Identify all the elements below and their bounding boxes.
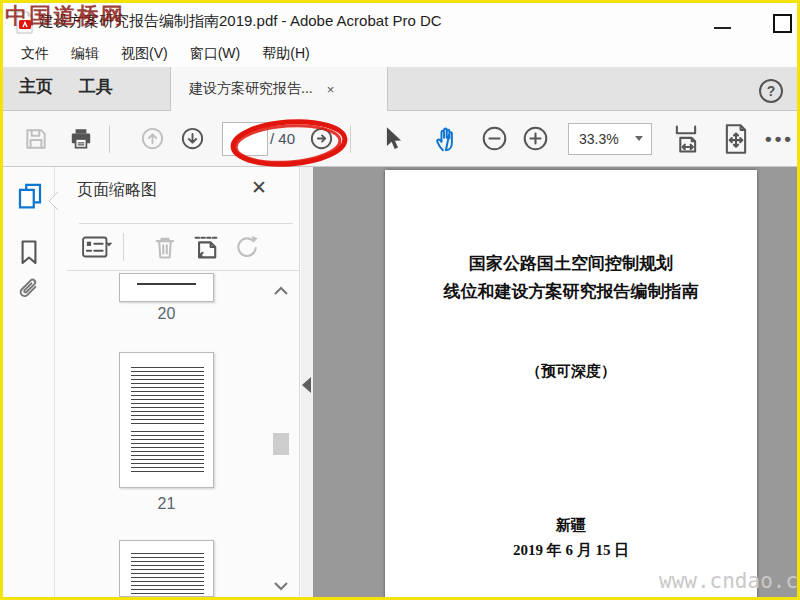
previous-view-button[interactable]	[309, 111, 334, 166]
thumbnail-page-20[interactable]	[119, 273, 214, 302]
chevron-up-icon	[271, 283, 291, 299]
next-page-button[interactable]	[180, 111, 205, 166]
circle-arrow-icon	[309, 126, 334, 151]
panel-divider	[79, 223, 293, 224]
tab-document[interactable]: 建设方案研究报告... ×	[170, 67, 388, 111]
thumbnail-label: 21	[119, 495, 214, 513]
watermark-bottom-right: www.cndao.c	[659, 569, 797, 593]
circle-arrow-down-icon	[180, 126, 205, 151]
page-number-input[interactable]	[222, 122, 268, 156]
hand-icon	[431, 124, 461, 154]
menu-view[interactable]: 视图(V)	[117, 43, 172, 65]
menu-bar: 文件 编辑 视图(V) 窗口(W) 帮助(H)	[3, 40, 797, 67]
circle-minus-icon	[481, 125, 508, 152]
document-subtitle: （预可深度）	[385, 362, 757, 381]
circle-plus-icon	[522, 125, 549, 152]
tab-bar: 主页 工具 建设方案研究报告... ×	[3, 67, 797, 111]
options-list-icon	[81, 233, 117, 261]
menu-help[interactable]: 帮助(H)	[258, 43, 313, 65]
menu-file[interactable]: 文件	[17, 43, 53, 65]
paperclip-icon	[15, 275, 43, 307]
tab-document-label: 建设方案研究报告...	[189, 80, 313, 98]
document-view[interactable]: 国家公路国土空间控制规划 线位和建设方案研究报告编制指南 （预可深度） 新疆 2…	[313, 167, 797, 597]
ellipsis-icon: •••	[765, 128, 794, 150]
main-toolbar: / 40	[3, 111, 797, 167]
fit-page-icon	[721, 123, 751, 155]
title-bar: 建设方案研究报告编制指南2019.pdf - Adobe Acrobat Pro…	[3, 3, 797, 40]
select-tool-button[interactable]	[383, 111, 405, 166]
panel-title: 页面缩略图	[77, 180, 157, 201]
window-title: 建设方案研究报告编制指南2019.pdf - Adobe Acrobat Pro…	[39, 12, 442, 31]
rotate-icon	[233, 233, 261, 261]
chevron-down-icon	[635, 136, 643, 141]
document-region: 新疆	[385, 516, 757, 535]
page-number-field	[222, 111, 268, 166]
fit-width-icon	[671, 123, 701, 155]
pdf-page: 国家公路国土空间控制规划 线位和建设方案研究报告编制指南 （预可深度） 新疆 2…	[385, 170, 757, 597]
document-date: 2019 年 6 月 15 日	[385, 541, 757, 560]
panel-close-icon[interactable]: ✕	[251, 176, 267, 199]
delete-pages-button[interactable]	[151, 233, 179, 261]
document-title-line1: 国家公路国土空间控制规划	[385, 250, 757, 278]
cursor-arrow-icon	[383, 126, 405, 152]
thumbnail-text-lines	[131, 553, 204, 597]
hand-tool-button[interactable]	[431, 111, 461, 166]
zoom-level-value: 33.3%	[579, 131, 635, 147]
crop-pages-button[interactable]	[191, 233, 221, 261]
thumbnail-text-lines	[131, 431, 204, 475]
menu-window[interactable]: 窗口(W)	[186, 43, 245, 65]
zoom-in-button[interactable]	[522, 111, 549, 166]
bookmarks-panel-button[interactable]	[15, 237, 45, 267]
toolbar-separator	[109, 125, 110, 153]
thumbnail-label: 20	[119, 305, 214, 323]
zoom-out-button[interactable]	[481, 111, 508, 166]
acrobat-window: 建设方案研究报告编制指南2019.pdf - Adobe Acrobat Pro…	[0, 0, 800, 600]
tab-close-icon[interactable]: ×	[327, 82, 335, 97]
thumbnail-options-button[interactable]	[81, 233, 117, 261]
navigation-pane-strip	[3, 167, 55, 597]
save-button[interactable]	[23, 111, 49, 166]
trash-icon	[151, 233, 179, 261]
page-thumbnails-panel: 页面缩略图 ✕	[55, 167, 300, 597]
page-total-label: / 40	[270, 130, 295, 147]
thumbnail-page-21[interactable]	[119, 352, 214, 488]
collapse-panel-icon[interactable]	[302, 377, 311, 393]
page-count: / 40	[270, 111, 295, 166]
fit-width-button[interactable]	[671, 111, 701, 166]
thumbnail-text-lines	[131, 367, 204, 425]
minimize-button[interactable]	[714, 27, 731, 29]
scrollbar-up-button[interactable]	[271, 283, 291, 299]
zoom-level-select[interactable]: 33.3%	[568, 111, 652, 166]
page-thumbnails-icon	[15, 181, 45, 211]
panel-toolbar-separator	[123, 233, 124, 261]
document-title-line2: 线位和建设方案研究报告编制指南	[385, 278, 757, 306]
circle-arrow-up-icon	[140, 126, 165, 151]
previous-page-button[interactable]	[140, 111, 165, 166]
help-icon[interactable]: ?	[759, 79, 783, 103]
active-panel-notch	[48, 192, 58, 210]
panel-splitter[interactable]	[301, 167, 313, 597]
page-thumbnails-panel-button[interactable]	[15, 181, 45, 211]
scrollbar-thumb[interactable]	[273, 433, 289, 455]
tab-tools[interactable]: 工具	[79, 75, 113, 98]
panel-divider	[67, 270, 299, 271]
scrollbar-down-button[interactable]	[271, 578, 291, 594]
rotate-pages-button[interactable]	[233, 233, 261, 261]
document-title: 国家公路国土空间控制规划 线位和建设方案研究报告编制指南	[385, 250, 757, 306]
toolbar-separator	[350, 125, 351, 153]
print-button[interactable]	[67, 111, 95, 166]
thumbnail-text-lines	[137, 283, 197, 285]
crop-pages-icon	[191, 233, 221, 261]
content-area: 页面缩略图 ✕	[3, 167, 797, 597]
chevron-down-icon	[271, 578, 291, 594]
fit-page-button[interactable]	[721, 111, 751, 166]
menu-edit[interactable]: 编辑	[67, 43, 103, 65]
more-tools-button[interactable]: •••	[765, 111, 794, 166]
bookmark-icon	[15, 237, 43, 267]
maximize-button[interactable]	[773, 14, 792, 33]
thumbnail-page-22[interactable]	[119, 540, 214, 597]
tab-home[interactable]: 主页	[19, 75, 53, 98]
floppy-disk-icon	[23, 126, 49, 152]
attachments-panel-button[interactable]	[15, 275, 45, 305]
printer-icon	[67, 126, 95, 152]
